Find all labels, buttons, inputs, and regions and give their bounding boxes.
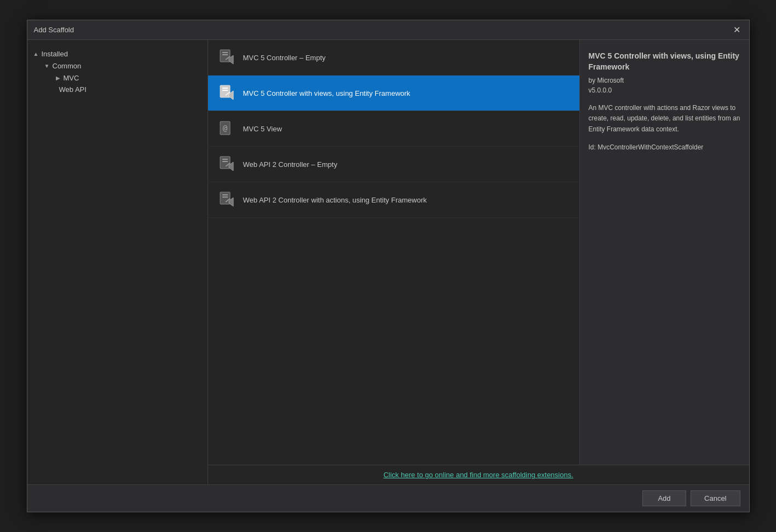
scaffold-item-webapi2-empty[interactable]: Web API 2 Controller – Empty xyxy=(208,147,579,182)
dialog-title: Add Scaffold xyxy=(34,26,74,34)
svg-rect-1 xyxy=(222,52,228,53)
svg-rect-13 xyxy=(222,196,228,198)
mvc-arrow-icon: ▶ xyxy=(54,73,62,82)
common-label: Common xyxy=(53,62,82,70)
installed-arrow-icon: ▲ xyxy=(32,49,41,58)
sidebar-item-installed[interactable]: ▲ Installed xyxy=(27,48,208,60)
scaffold-item-webapi2-empty-label: Web API 2 Controller – Empty xyxy=(243,160,337,169)
detail-title: MVC 5 Controller with views, using Entit… xyxy=(589,51,740,72)
detail-id: Id: MvcControllerWithContextScaffolder xyxy=(589,143,740,151)
detail-description: An MVC controller with actions and Razor… xyxy=(589,103,740,135)
scaffold-item-webapi2-ef-label: Web API 2 Controller with actions, using… xyxy=(243,196,427,204)
mvc5-ef-icon xyxy=(217,83,237,103)
online-link[interactable]: Click here to go online and find more sc… xyxy=(383,471,573,479)
webapi2-ef-icon xyxy=(217,190,237,210)
svg-rect-5 xyxy=(222,90,228,91)
mvc-label: MVC xyxy=(64,74,79,82)
close-button[interactable]: ✕ xyxy=(732,25,743,36)
svg-rect-8 xyxy=(220,157,230,169)
scaffold-list-area: MVC 5 Controller – Empty xyxy=(208,40,749,465)
webapi-label: Web API xyxy=(59,85,87,94)
dialog-body: ▲ Installed ▼ Common ▶ MVC Web API xyxy=(27,40,749,484)
scaffold-item-mvc5-ef[interactable]: MVC 5 Controller with views, using Entit… xyxy=(208,76,579,111)
mvc5-view-icon: @ xyxy=(217,119,237,138)
svg-rect-12 xyxy=(222,194,228,195)
svg-rect-11 xyxy=(220,192,230,204)
add-button[interactable]: Add xyxy=(642,490,686,506)
svg-rect-0 xyxy=(220,50,230,62)
scaffold-item-mvc5-empty-label: MVC 5 Controller – Empty xyxy=(243,54,326,62)
bottom-area: Click here to go online and find more sc… xyxy=(208,465,749,484)
svg-rect-2 xyxy=(222,54,228,55)
common-arrow-icon: ▼ xyxy=(43,61,51,70)
svg-rect-9 xyxy=(222,159,228,160)
detail-author: by Microsoft xyxy=(589,77,740,84)
title-bar: Add Scaffold ✕ xyxy=(27,20,749,40)
sidebar-item-webapi[interactable]: Web API xyxy=(27,84,208,95)
scaffold-item-mvc5-ef-label: MVC 5 Controller with views, using Entit… xyxy=(243,89,411,97)
scaffold-list: MVC 5 Controller – Empty xyxy=(208,40,579,465)
tree-section: ▲ Installed ▼ Common ▶ MVC Web API xyxy=(27,45,208,97)
svg-rect-3 xyxy=(220,85,230,97)
scaffold-item-mvc5-view-label: MVC 5 View xyxy=(243,125,282,133)
webapi2-empty-icon xyxy=(217,154,237,174)
dialog-footer: Add Cancel xyxy=(27,484,749,512)
scaffold-item-webapi2-ef[interactable]: Web API 2 Controller with actions, using… xyxy=(208,182,579,218)
scaffold-item-mvc5-view[interactable]: @ MVC 5 View xyxy=(208,111,579,147)
main-content: MVC 5 Controller – Empty xyxy=(208,40,749,484)
detail-version: v5.0.0.0 xyxy=(589,86,740,94)
svg-rect-4 xyxy=(222,88,228,89)
svg-text:@: @ xyxy=(222,124,227,132)
scaffold-item-mvc5-empty[interactable]: MVC 5 Controller – Empty xyxy=(208,40,579,76)
mvc5-empty-icon xyxy=(217,48,237,67)
detail-panel: MVC 5 Controller with views, using Entit… xyxy=(579,40,749,465)
cancel-button[interactable]: Cancel xyxy=(691,490,740,506)
sidebar-item-mvc[interactable]: ▶ MVC xyxy=(27,72,208,84)
installed-label: Installed xyxy=(42,50,68,58)
add-scaffold-dialog: Add Scaffold ✕ ▲ Installed ▼ Common ▶ xyxy=(27,20,750,512)
svg-rect-10 xyxy=(222,161,228,162)
sidebar: ▲ Installed ▼ Common ▶ MVC Web API xyxy=(27,40,208,484)
sidebar-item-common[interactable]: ▼ Common xyxy=(27,60,208,72)
